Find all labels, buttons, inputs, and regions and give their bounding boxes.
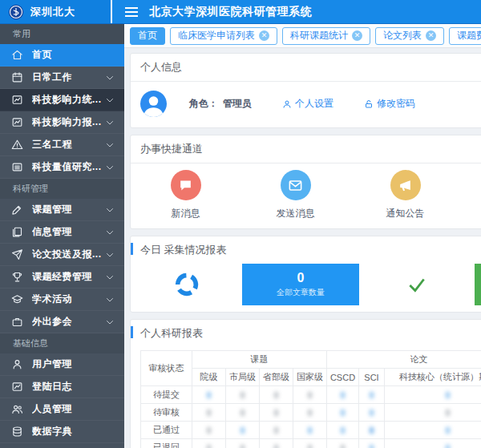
chevron-down-icon — [105, 228, 115, 237]
sidebar-item[interactable]: 数据字典 — [0, 421, 124, 443]
chevron-down-icon — [105, 272, 115, 282]
change-password-link[interactable]: 修改密码 — [364, 97, 415, 111]
col-header: 市局级 — [226, 369, 260, 386]
sidebar-section-label: 常用 — [0, 24, 124, 44]
megaphone-icon — [390, 170, 421, 200]
sidebar-item[interactable]: 首页 — [0, 44, 124, 67]
database-icon — [11, 426, 24, 438]
quick-link-label: 通知公告 — [386, 207, 425, 220]
table-cell-redacted: 0 — [359, 386, 385, 404]
brand-block: 深圳北大 — [0, 0, 112, 23]
profile-panel-title: 个人信息 — [131, 54, 481, 82]
person-icon — [282, 99, 292, 109]
table-cell-redacted: 0 — [385, 404, 481, 422]
today-report-title: 今日 采集情况报表 — [131, 236, 481, 264]
sidebar-item[interactable]: 科技影响力报... — [0, 111, 124, 134]
sidebar-item[interactable]: 登陆日志 — [0, 376, 124, 398]
col-header: 科技核心（统计源）期刊 — [385, 369, 481, 386]
table-cell-redacted: 0 — [385, 422, 481, 439]
total-articles-label: 全部文章数量 — [277, 287, 325, 298]
sidebar-item-label: 三名工程 — [32, 138, 105, 151]
user-icon — [11, 358, 24, 371]
sidebar-item[interactable]: 信息管理 — [0, 221, 124, 244]
role-value: 管理员 — [223, 98, 252, 109]
send-icon — [11, 248, 24, 261]
warning-icon — [11, 139, 24, 151]
close-icon[interactable]: ✕ — [259, 30, 269, 41]
table-cell-redacted: 0 — [385, 386, 481, 404]
total-articles-stat-box: 0 全部文章数量 — [242, 264, 359, 305]
log-chart-icon — [11, 381, 24, 394]
table-row: 待审核0000000 — [141, 404, 481, 422]
row-status-label: 待提交 — [141, 386, 192, 404]
edit-icon — [11, 204, 24, 216]
menu-toggle-button[interactable] — [112, 0, 149, 23]
quick-channel-title: 办事快捷通道 — [131, 135, 481, 163]
hospital-logo-icon — [8, 4, 24, 20]
table-cell-redacted: 0 — [260, 422, 293, 439]
tab[interactable]: 首页 — [130, 27, 165, 45]
quick-link-label: 新消息 — [172, 207, 200, 220]
quick-link[interactable]: 新消息 — [131, 170, 240, 220]
green-stat-box-cropped — [475, 264, 481, 305]
research-report-panel: 个人科研报表 审核状态课题论文院级市局级省部级国家级CSCDSCI科技核心（统计… — [130, 319, 481, 448]
sidebar-item[interactable]: 日常工作 — [0, 67, 124, 89]
table-cell-redacted: 0 — [293, 386, 327, 404]
home-icon — [11, 49, 24, 62]
sidebar-item[interactable]: 课题管理 — [0, 199, 124, 221]
total-articles-value: 0 — [297, 271, 305, 285]
donut-chart-icon — [173, 271, 200, 298]
sidebar-item[interactable]: 科室管理 — [0, 443, 124, 448]
col-header-status: 审核状态 — [141, 351, 192, 386]
table-cell-redacted: 0 — [327, 404, 359, 422]
list-icon — [11, 161, 24, 174]
sidebar-item[interactable]: 论文投送及报... — [0, 244, 124, 266]
close-icon[interactable]: ✕ — [426, 30, 436, 41]
sidebar-section-label: 科研管理 — [0, 179, 124, 199]
profile-panel: 个人信息 角色：管理员 个人设置 修改密码 — [130, 53, 481, 128]
trophy-icon — [11, 271, 24, 284]
sidebar-item[interactable]: 课题经费管理 — [0, 266, 124, 289]
quick-link[interactable]: 通知公告 — [350, 170, 460, 220]
table-cell-redacted: 0 — [327, 422, 359, 439]
sidebar-item-label: 学术活动 — [32, 293, 105, 306]
sidebar-item[interactable]: 学术活动 — [0, 289, 124, 311]
role-text: 角色：管理员 — [189, 97, 252, 111]
sidebar-item[interactable]: 外出参会 — [0, 311, 124, 333]
quick-link[interactable]: 发送消息 — [240, 170, 350, 220]
table-cell-redacted: 0 — [359, 439, 385, 448]
table-cell-redacted: 0 — [226, 404, 260, 422]
sidebar-section-label: 基础信息 — [0, 333, 124, 353]
table-cell-redacted: 0 — [192, 422, 226, 439]
tab[interactable]: 论文列表✕ — [375, 27, 444, 45]
table-cell-redacted: 0 — [359, 404, 385, 422]
avatar[interactable] — [140, 91, 167, 117]
document-icon — [11, 226, 24, 239]
table-cell-redacted: 0 — [192, 386, 226, 404]
table-row: 待提交0000000 — [141, 386, 481, 404]
tab[interactable]: 课题费用报表✕ — [449, 27, 481, 45]
sidebar-item-label: 科技影响力统... — [32, 93, 105, 107]
sidebar-item[interactable]: 用户管理 — [0, 353, 124, 376]
check-icon — [406, 274, 427, 295]
sidebar-item-label: 用户管理 — [32, 357, 124, 371]
close-icon[interactable]: ✕ — [352, 30, 362, 41]
row-status-label: 已通过 — [141, 422, 192, 439]
table-cell-redacted: 0 — [327, 386, 359, 404]
sidebar-item[interactable]: 科技量值研究... — [0, 156, 124, 179]
app-title: 北京大学深圳医院科研管理系统 — [149, 0, 312, 23]
sidebar-item[interactable]: 三名工程 — [0, 134, 124, 156]
personal-settings-link[interactable]: 个人设置 — [282, 97, 333, 111]
table-row: 已通过0000000 — [141, 422, 481, 439]
sidebar-item[interactable]: 人员管理 — [0, 398, 124, 421]
tab[interactable]: 科研课题统计✕ — [282, 27, 370, 45]
sidebar-item[interactable]: 科技影响力统... — [0, 89, 124, 111]
collect-progress-box — [131, 264, 242, 305]
app-window: 深圳北大 北京大学深圳医院科研管理系统 常用首页日常工作科技影响力统...科技影… — [0, 0, 481, 448]
tab[interactable]: 临床医学申请列表✕ — [170, 27, 277, 45]
col-group-header: 论文 — [327, 351, 481, 369]
table-cell-redacted: 0 — [293, 422, 327, 439]
sidebar-item-label: 首页 — [32, 48, 124, 62]
role-label: 角色： — [189, 98, 218, 109]
sidebar-item-label: 课题管理 — [32, 203, 105, 216]
